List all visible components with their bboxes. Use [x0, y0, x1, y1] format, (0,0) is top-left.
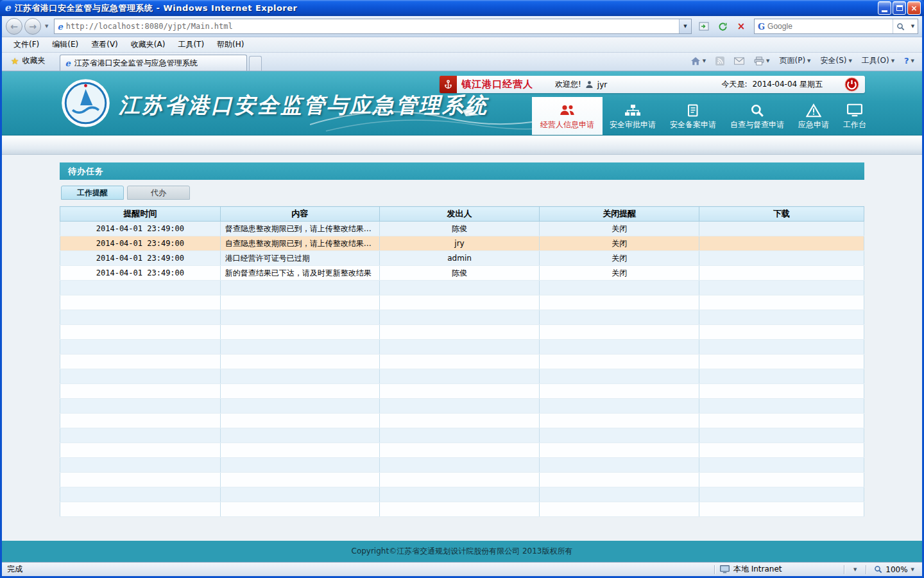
- cell-sender: [379, 325, 540, 340]
- cell-close-link: [540, 502, 699, 517]
- table-row[interactable]: 2014-04-01 23:49:00自查隐患整改期限已到，请上传整改结果…jr…: [60, 236, 864, 251]
- status-text: 完成: [7, 564, 709, 575]
- panel-title: 待办任务: [60, 162, 864, 180]
- close-button[interactable]: ×: [907, 1, 921, 15]
- cell-close-link: [540, 458, 699, 473]
- cell-time: 2014-04-01 23:49:00: [60, 251, 221, 266]
- tools-menu-button[interactable]: 工具(O)▼: [858, 53, 898, 69]
- search-go-button[interactable]: [893, 19, 908, 33]
- new-tab-button[interactable]: [249, 56, 262, 71]
- cell-time: 2014-04-01 23:49:00: [60, 222, 221, 236]
- operator-role-badge: 镇江港口经营人: [440, 76, 533, 93]
- address-input[interactable]: [66, 22, 679, 31]
- cell-sender: [379, 428, 540, 443]
- help-button[interactable]: ?▼: [900, 53, 918, 68]
- logout-power-button[interactable]: [844, 77, 859, 92]
- nav-item-inspection[interactable]: 自查与督查申请: [723, 98, 791, 135]
- cell-time: 2014-04-01 23:49:00: [60, 266, 221, 281]
- printer-icon: [754, 57, 764, 66]
- col-header-sender: 发出人: [379, 207, 540, 222]
- menu-file[interactable]: 文件(F): [7, 37, 46, 52]
- nav-item-operator-info[interactable]: 经营人信息申请: [532, 97, 603, 135]
- tab-work-reminder[interactable]: 工作提醒: [61, 186, 124, 200]
- stop-button[interactable]: ×: [733, 19, 749, 34]
- print-button[interactable]: ▼: [750, 54, 773, 68]
- zone-label: 本地 Intranet: [733, 564, 782, 575]
- nav-item-workbench[interactable]: 工作台: [836, 98, 873, 135]
- nav-item-safety-approval[interactable]: 安全审批申请: [603, 98, 663, 135]
- compatibility-view-button[interactable]: [696, 19, 712, 34]
- table-row-empty: [60, 340, 864, 355]
- feeds-button[interactable]: [712, 54, 728, 68]
- back-button[interactable]: ←: [6, 18, 22, 35]
- home-button[interactable]: ▼: [687, 54, 710, 68]
- cell-download: [699, 443, 864, 458]
- date-label: 今天是:: [721, 79, 747, 90]
- forward-button[interactable]: →: [24, 18, 41, 35]
- table-header-row: 提醒时间 内容 发出人 关闭提醒 下载: [60, 207, 864, 222]
- table-row-empty: [60, 295, 864, 310]
- cell-time: [60, 295, 221, 310]
- cell-time: [60, 355, 221, 369]
- cell-time: [60, 340, 221, 355]
- page-menu-button[interactable]: 页面(P)▼: [775, 53, 814, 69]
- cell-content: [220, 295, 379, 310]
- cell-close-link[interactable]: 关闭: [540, 251, 699, 266]
- search-input[interactable]: [767, 22, 893, 31]
- safety-menu-button[interactable]: 安全(S)▼: [816, 53, 855, 69]
- zoom-control[interactable]: 100% ▼: [871, 565, 917, 574]
- cell-close-link[interactable]: 关闭: [540, 222, 699, 236]
- star-icon: ★: [11, 57, 19, 66]
- cell-download: [699, 384, 864, 399]
- cell-close-link[interactable]: 关闭: [540, 236, 699, 251]
- cell-sender: [379, 369, 540, 384]
- cell-close-link: [540, 399, 699, 414]
- menu-edit[interactable]: 编辑(E): [46, 37, 85, 52]
- cell-close-link: [540, 369, 699, 384]
- nav-item-safety-record[interactable]: 安全备案申请: [663, 98, 723, 135]
- cell-close-link: [540, 281, 699, 295]
- cell-sender: [379, 355, 540, 369]
- cell-sender: admin: [379, 251, 540, 266]
- table-row[interactable]: 2014-04-01 23:49:00港口经营许可证号已过期admin关闭: [60, 251, 864, 266]
- menu-help[interactable]: 帮助(H): [210, 37, 250, 52]
- protected-mode-dropdown[interactable]: ▼: [850, 567, 860, 572]
- menu-view[interactable]: 查看(V): [85, 37, 124, 52]
- tools-menu-label: 工具(O): [862, 55, 889, 66]
- cell-download: [699, 428, 864, 443]
- cell-close-link: [540, 310, 699, 325]
- tab-pending[interactable]: 代办: [127, 186, 190, 200]
- cell-time: [60, 473, 221, 487]
- home-icon: [690, 57, 701, 66]
- compatibility-icon: [699, 22, 709, 31]
- cell-content: 督查隐患整改期限已到，请上传整改结果…: [220, 222, 379, 236]
- search-options-dropdown[interactable]: ▼: [908, 19, 918, 33]
- cell-close-link[interactable]: 关闭: [540, 266, 699, 281]
- favorites-button[interactable]: ★ 收藏夹: [6, 53, 51, 69]
- col-header-download: 下载: [699, 207, 864, 222]
- cell-sender: [379, 340, 540, 355]
- address-dropdown-button[interactable]: ▼: [679, 19, 691, 33]
- cell-time: [60, 458, 221, 473]
- history-dropdown-icon[interactable]: ▼: [43, 24, 50, 29]
- table-row[interactable]: 2014-04-01 23:49:00新的督查结果已下达，请及时更新整改结果陈俊…: [60, 266, 864, 281]
- menu-favorites[interactable]: 收藏夹(A): [124, 37, 172, 52]
- cell-close-link: [540, 414, 699, 428]
- nav-item-emergency[interactable]: 应急申请: [791, 98, 836, 135]
- browser-tab[interactable]: e 江苏省港口安全监管与应急管理系统: [60, 55, 247, 71]
- cell-content: [220, 325, 379, 340]
- minimize-button[interactable]: [878, 1, 891, 15]
- maximize-button[interactable]: [893, 1, 906, 15]
- menu-tools[interactable]: 工具(T): [171, 37, 210, 52]
- users-icon: [559, 103, 576, 118]
- org-chart-icon: [624, 103, 641, 118]
- read-mail-button[interactable]: [730, 55, 748, 67]
- intranet-zone-icon: [720, 565, 730, 574]
- table-row[interactable]: 2014-04-01 23:49:00督查隐患整改期限已到，请上传整改结果…陈俊…: [60, 222, 864, 236]
- cell-content: [220, 310, 379, 325]
- table-row-empty: [60, 369, 864, 384]
- cell-time: [60, 281, 221, 295]
- cell-close-link: [540, 340, 699, 355]
- refresh-button[interactable]: [714, 19, 731, 34]
- table-row-empty: [60, 487, 864, 502]
